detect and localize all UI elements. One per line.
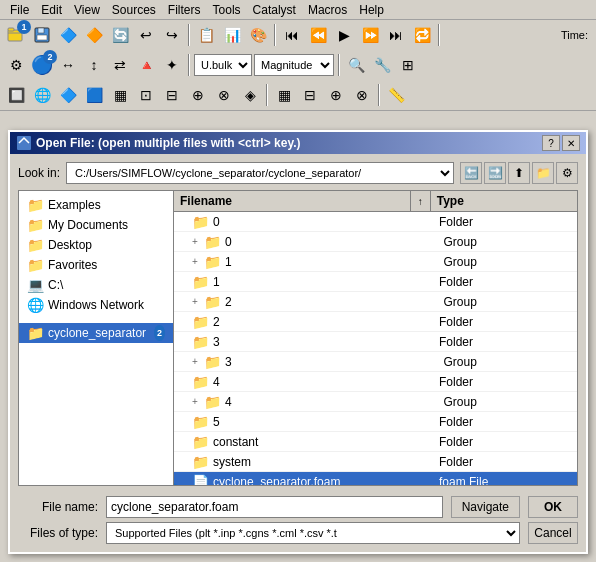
navigate-btn[interactable]: Navigate [451, 496, 520, 518]
btn-r2-7[interactable]: ✦ [160, 53, 184, 77]
file-row-constant[interactable]: 📁 constant Folder [174, 432, 577, 452]
btn-r2-1[interactable]: ⚙ [4, 53, 28, 77]
open-file-btn[interactable]: 1 [4, 23, 28, 47]
btn-r2-6[interactable]: 🔺 [134, 53, 158, 77]
folder-favorites[interactable]: 📁 Favorites [19, 255, 173, 275]
btn-r2-2[interactable]: 🔵 2 [30, 53, 54, 77]
folder-cyclone[interactable]: 📁 cyclone_separator 2 [19, 323, 173, 343]
file-row-3-group[interactable]: + 📁 3 Group [174, 352, 577, 372]
type-3g: Group [438, 353, 578, 371]
dialog-help-btn[interactable]: ? [542, 135, 560, 151]
btn-r2-5[interactable]: ⇄ [108, 53, 132, 77]
file-row-3-folder[interactable]: 📁 3 Folder [174, 332, 577, 352]
name-3f: 3 [213, 333, 433, 351]
lookin-label: Look in: [18, 166, 60, 180]
btn-r3-8[interactable]: ⊕ [186, 83, 210, 107]
file-row-1-folder[interactable]: 📁 1 Folder [174, 272, 577, 292]
nav-forward-btn[interactable]: 🔜 [484, 162, 506, 184]
folder-c[interactable]: 💻 C:\ [19, 275, 173, 295]
btn-r2-3[interactable]: ↔ [56, 53, 80, 77]
menu-file[interactable]: File [4, 1, 35, 19]
btn-r2-10[interactable]: ⊞ [396, 53, 420, 77]
folder-network-label: Windows Network [48, 298, 144, 312]
btn-r3-1[interactable]: 🔲 [4, 83, 28, 107]
btn14[interactable]: ⏩ [358, 23, 382, 47]
file-row-system[interactable]: 📁 system Folder [174, 452, 577, 472]
nav-options-btn[interactable]: ⚙ [556, 162, 578, 184]
btn-r3-13[interactable]: ⊕ [324, 83, 348, 107]
btn4[interactable]: 🔶 [82, 23, 106, 47]
nav-new-folder-btn[interactable]: 📁 [532, 162, 554, 184]
btn-r3-5[interactable]: ▦ [108, 83, 132, 107]
btn-r3-12[interactable]: ⊟ [298, 83, 322, 107]
nav-up-btn[interactable]: ⬆ [508, 162, 530, 184]
icon-1g: 📁 [204, 254, 221, 270]
icon-5f: 📁 [192, 414, 209, 430]
btn-r3-11[interactable]: ▦ [272, 83, 296, 107]
file-row-4-group[interactable]: + 📁 4 Group [174, 392, 577, 412]
btn-r3-14[interactable]: ⊗ [350, 83, 374, 107]
btn6[interactable]: ↩ [134, 23, 158, 47]
menu-edit[interactable]: Edit [35, 1, 68, 19]
file-row-4-folder[interactable]: 📁 4 Folder [174, 372, 577, 392]
file-row-1-group[interactable]: + 📁 1 Group [174, 252, 577, 272]
expand-2g: + [186, 296, 204, 307]
btn-r3-3[interactable]: 🔷 [56, 83, 80, 107]
menu-sources[interactable]: Sources [106, 1, 162, 19]
lookin-dropdown[interactable]: C:/Users/SIMFLOW/cyclone_separator/cyclo… [66, 162, 454, 184]
btn8[interactable]: 📋 [194, 23, 218, 47]
btn16[interactable]: 🔁 [410, 23, 434, 47]
filename-input[interactable] [106, 496, 443, 518]
btn3[interactable]: 🔷 [56, 23, 80, 47]
menu-filters[interactable]: Filters [162, 1, 207, 19]
btn-r3-10[interactable]: ◈ [238, 83, 262, 107]
btn-r3-6[interactable]: ⊡ [134, 83, 158, 107]
btn-r2-9[interactable]: 🔧 [370, 53, 394, 77]
btn-r3-2[interactable]: 🌐 [30, 83, 54, 107]
save-btn[interactable] [30, 23, 54, 47]
btn7[interactable]: ↪ [160, 23, 184, 47]
btn15[interactable]: ⏭ [384, 23, 408, 47]
menu-view[interactable]: View [68, 1, 106, 19]
folder-desktop[interactable]: 📁 Desktop [19, 235, 173, 255]
folder-mydocs[interactable]: 📁 My Documents [19, 215, 173, 235]
ok-btn[interactable]: OK [528, 496, 578, 518]
file-row-0-group[interactable]: + 📁 0 Group [174, 232, 577, 252]
col-sort-icon[interactable]: ↑ [411, 191, 431, 211]
sep3 [438, 24, 440, 46]
file-row-5-folder[interactable]: 📁 5 Folder [174, 412, 577, 432]
svg-rect-4 [37, 35, 47, 40]
btn10[interactable]: 🎨 [246, 23, 270, 47]
cancel-btn[interactable]: Cancel [528, 522, 578, 544]
file-row-2-folder[interactable]: 📁 2 Folder [174, 312, 577, 332]
btn5[interactable]: 🔄 [108, 23, 132, 47]
dialog-close-btn[interactable]: ✕ [562, 135, 580, 151]
folder-examples[interactable]: 📁 Examples [19, 195, 173, 215]
type-foam: foam File [433, 473, 577, 486]
nav-back-btn[interactable]: 🔙 [460, 162, 482, 184]
btn-r3-7[interactable]: ⊟ [160, 83, 184, 107]
menu-tools[interactable]: Tools [207, 1, 247, 19]
file-row-2-group[interactable]: + 📁 2 Group [174, 292, 577, 312]
variable-dropdown[interactable]: U.bulk [194, 54, 252, 76]
btn9[interactable]: 📊 [220, 23, 244, 47]
btn-r3-15[interactable]: 📏 [384, 83, 408, 107]
magnitude-dropdown[interactable]: Magnitude [254, 54, 334, 76]
btn13[interactable]: ▶ [332, 23, 356, 47]
filetype-dropdown[interactable]: Supported Files (plt *.inp *.cgns *.cml … [106, 522, 520, 544]
file-row-foam[interactable]: 📄 cyclone_separator.foam foam File 3 [174, 472, 577, 485]
menu-catalyst[interactable]: Catalyst [247, 1, 302, 19]
btn-r2-8[interactable]: 🔍 [344, 53, 368, 77]
btn11[interactable]: ⏮ [280, 23, 304, 47]
folder-network[interactable]: 🌐 Windows Network [19, 295, 173, 315]
btn-r2-4[interactable]: ↕ [82, 53, 106, 77]
menu-help[interactable]: Help [353, 1, 390, 19]
file-row-0-folder[interactable]: 📁 0 Folder [174, 212, 577, 232]
sep5 [338, 54, 340, 76]
btn-r3-9[interactable]: ⊗ [212, 83, 236, 107]
btn12[interactable]: ⏪ [306, 23, 330, 47]
folder-desktop-label: Desktop [48, 238, 92, 252]
menu-macros[interactable]: Macros [302, 1, 353, 19]
btn-r3-4[interactable]: 🟦 [82, 83, 106, 107]
lookin-btns: 🔙 🔜 ⬆ 📁 ⚙ [460, 162, 578, 184]
